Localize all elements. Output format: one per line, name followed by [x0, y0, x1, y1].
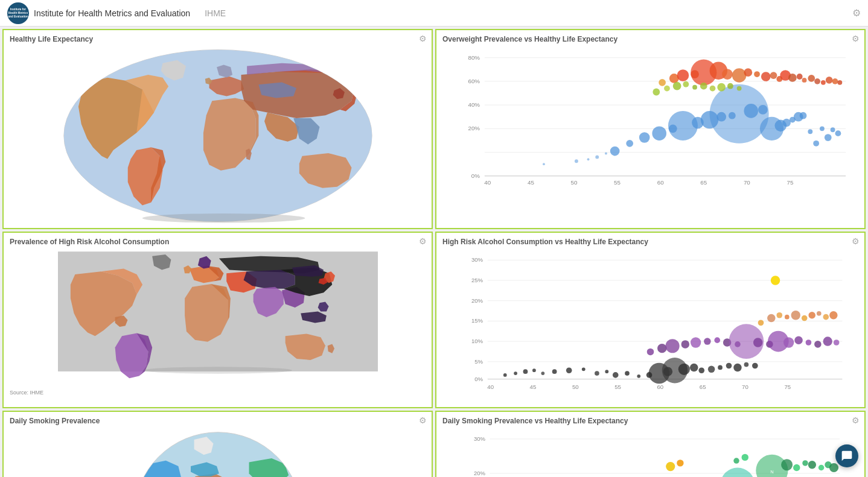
overweight-scatter-plot: 80% 60% 40% 20% 0% 40 45 50 55 60 65 70 …	[440, 46, 861, 200]
panel-gear-1[interactable]: ⚙	[419, 34, 427, 43]
scatter-content-4: 30% 25% 20% 15% 10% 5% 0% 40 45 50 55 60…	[436, 248, 864, 407]
world-map-globe	[127, 430, 308, 477]
scatter-content-2: 80% 60% 40% 20% 0% 40 45 50 55 60 65 70 …	[436, 46, 864, 201]
svg-point-158	[814, 341, 822, 348]
panel-gear-5[interactable]: ⚙	[419, 415, 427, 425]
svg-point-144	[666, 339, 680, 353]
logo-circle: Institute for Health Metrics and Evaluat…	[7, 2, 29, 24]
svg-point-139	[733, 364, 741, 371]
svg-text:20%: 20%	[471, 297, 483, 304]
svg-point-85	[737, 86, 742, 91]
svg-point-76	[653, 89, 660, 96]
svg-point-159	[823, 336, 832, 346]
svg-point-64	[770, 72, 777, 79]
svg-point-119	[532, 368, 536, 372]
svg-text:60%: 60%	[468, 78, 480, 84]
svg-point-124	[595, 371, 599, 376]
svg-point-152	[753, 338, 762, 347]
svg-point-7	[142, 213, 305, 223]
svg-text:25%: 25%	[471, 277, 483, 283]
svg-point-141	[752, 363, 758, 369]
svg-point-75	[837, 80, 842, 85]
main-grid: Healthy Life Expectancy ⚙	[0, 27, 868, 477]
svg-text:60: 60	[657, 384, 664, 390]
svg-text:0%: 0%	[471, 172, 480, 179]
svg-point-140	[744, 362, 749, 367]
svg-point-84	[727, 83, 733, 89]
svg-point-164	[785, 315, 790, 320]
panel-title-4: High Risk Alcohol Consumption vs Healthy…	[436, 233, 864, 248]
header-gear-icon[interactable]: ⚙	[852, 7, 861, 19]
chat-button[interactable]	[835, 444, 858, 467]
svg-point-28	[610, 147, 620, 156]
svg-point-31	[652, 126, 666, 141]
svg-point-67	[788, 74, 797, 82]
panel-title-2: Overweight Prevalence vs Healthy Life Ex…	[436, 30, 864, 46]
svg-point-233	[677, 460, 683, 466]
svg-point-60	[732, 68, 747, 83]
svg-point-241	[808, 461, 816, 469]
svg-point-71	[814, 78, 820, 84]
alcohol-scatter-plot: 30% 25% 20% 15% 10% 5% 0% 40 45 50 55 60…	[440, 248, 861, 405]
map-content-3	[4, 248, 432, 388]
svg-text:20%: 20%	[468, 125, 480, 131]
svg-point-81	[700, 83, 707, 90]
panel-smoking-scatter: Daily Smoking Prevalence vs Healthy Life…	[435, 411, 866, 477]
svg-text:50: 50	[572, 384, 579, 390]
svg-point-146	[691, 337, 701, 347]
svg-text:N: N	[770, 469, 773, 475]
panel-gear-3[interactable]: ⚙	[419, 236, 427, 246]
app-header: Institute for Health Metrics and Evaluat…	[0, 0, 868, 27]
panel-gear-4[interactable]: ⚙	[852, 236, 860, 246]
svg-point-166	[802, 315, 808, 321]
svg-point-122	[566, 367, 572, 373]
svg-text:30%: 30%	[474, 435, 486, 442]
svg-point-235	[742, 454, 748, 461]
svg-point-82	[710, 86, 716, 92]
svg-point-63	[761, 72, 771, 81]
svg-point-55	[677, 69, 689, 81]
svg-point-89	[595, 155, 599, 159]
svg-point-61	[744, 68, 752, 77]
panel-smoking-map: Daily Smoking Prevalence ⚙	[2, 411, 433, 477]
svg-point-88	[587, 158, 590, 160]
source-label-3: Source: IHME	[4, 388, 432, 397]
svg-text:70: 70	[742, 384, 748, 390]
svg-point-157	[806, 340, 812, 346]
panel-gear-6[interactable]: ⚙	[852, 415, 860, 425]
svg-point-165	[791, 311, 800, 320]
panel-title-6: Daily Smoking Prevalence vs Healthy Life…	[436, 412, 864, 428]
svg-point-239	[793, 464, 800, 471]
svg-point-128	[637, 374, 640, 378]
svg-point-147	[704, 338, 711, 345]
svg-text:and Evaluation: and Evaluation	[8, 14, 28, 17]
svg-point-116	[503, 373, 507, 377]
svg-point-126	[613, 372, 619, 378]
svg-point-73	[826, 77, 833, 84]
panel-alcohol-scatter: High Risk Alcohol Consumption vs Healthy…	[435, 232, 866, 408]
svg-point-47	[808, 129, 812, 134]
svg-point-244	[829, 463, 838, 472]
svg-text:60: 60	[657, 179, 664, 186]
svg-text:20%: 20%	[474, 470, 486, 476]
panel-gear-2[interactable]: ⚙	[852, 34, 860, 43]
svg-point-160	[834, 340, 840, 346]
svg-point-240	[802, 460, 808, 466]
svg-point-78	[673, 82, 681, 90]
svg-point-200	[720, 468, 755, 478]
panel-overweight-scatter: Overweight Prevalence vs Healthy Life Ex…	[435, 29, 866, 229]
svg-point-134	[690, 364, 698, 371]
svg-point-143	[657, 344, 666, 353]
svg-point-50	[825, 134, 832, 141]
svg-point-83	[717, 83, 726, 92]
svg-point-156	[794, 336, 802, 344]
svg-point-145	[681, 340, 689, 348]
svg-point-87	[575, 159, 578, 163]
svg-point-162	[767, 314, 775, 322]
panel-title-5: Daily Smoking Prevalence	[4, 412, 432, 428]
svg-text:65: 65	[700, 179, 707, 186]
panel-healthy-life-map: Healthy Life Expectancy ⚙	[2, 29, 433, 229]
svg-point-171	[771, 276, 780, 285]
svg-point-170	[829, 311, 837, 319]
svg-point-29	[626, 140, 633, 147]
